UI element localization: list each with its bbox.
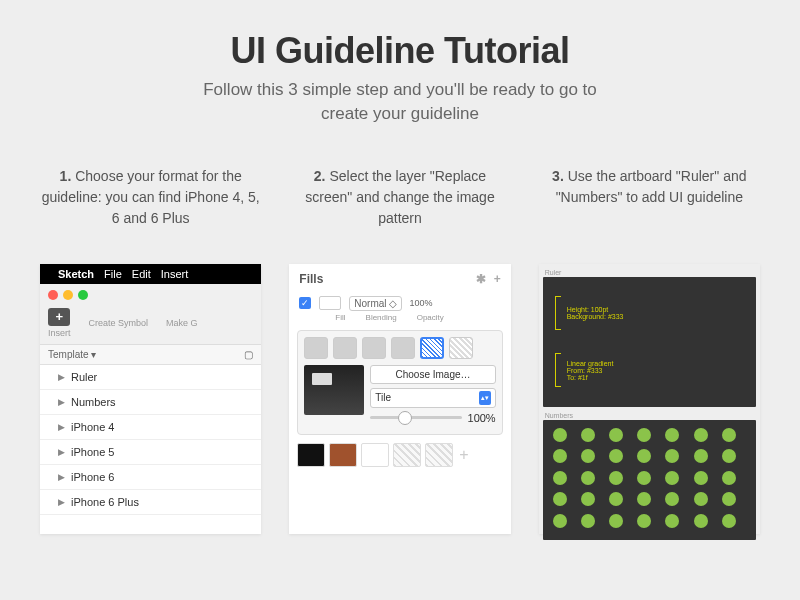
number-dot xyxy=(722,449,736,463)
number-dot xyxy=(637,449,651,463)
fill-type-linear[interactable] xyxy=(333,337,357,359)
artboard-label: Numbers xyxy=(543,411,756,420)
number-dot xyxy=(665,428,679,442)
number-dot xyxy=(581,449,595,463)
preset-swatch[interactable] xyxy=(297,443,325,467)
number-dot xyxy=(722,471,736,485)
number-dot xyxy=(694,471,708,485)
add-fill-icon[interactable]: + xyxy=(494,272,501,286)
step-1-text: 1. Choose your format for the guideline:… xyxy=(40,166,261,246)
artboard-label: Ruler xyxy=(543,268,756,277)
number-dot xyxy=(581,471,595,485)
number-dot xyxy=(665,471,679,485)
number-dot xyxy=(609,471,623,485)
ruler-artboard: Height: 100pt Background: #333 Linear gr… xyxy=(543,277,756,407)
page-subtitle: Follow this 3 simple step and you'll be … xyxy=(40,78,760,126)
add-preset-icon[interactable]: + xyxy=(459,446,468,464)
number-dot xyxy=(722,492,736,506)
number-dot xyxy=(637,514,651,528)
gear-icon[interactable]: ✱ xyxy=(476,272,486,286)
make-grid-button[interactable]: Make G xyxy=(166,318,198,328)
number-dot xyxy=(609,449,623,463)
step-2-text: 2. Select the layer "Replace screen" and… xyxy=(289,166,510,246)
preset-swatch[interactable] xyxy=(329,443,357,467)
number-dot xyxy=(694,492,708,506)
fill-type-radial[interactable] xyxy=(362,337,386,359)
step-3-text: 3. Use the artboard "Ruler" and "Numbers… xyxy=(539,166,760,246)
layer-item[interactable]: ▶iPhone 6 Plus xyxy=(40,490,261,515)
fill-type-pattern[interactable] xyxy=(420,337,444,359)
tile-mode-select[interactable]: Tile ▴▾ xyxy=(370,388,495,408)
fill-swatch[interactable] xyxy=(319,296,341,310)
number-dot xyxy=(581,428,595,442)
number-dot xyxy=(694,514,708,528)
window-toolbar: + Insert Create Symbol Make G xyxy=(40,284,261,345)
number-dot xyxy=(609,514,623,528)
create-symbol-button[interactable]: Create Symbol xyxy=(89,318,149,328)
menubar: Sketch File Edit Insert xyxy=(40,264,261,284)
number-dot xyxy=(553,514,567,528)
preset-swatch[interactable] xyxy=(393,443,421,467)
fill-type-noise[interactable] xyxy=(449,337,473,359)
preset-swatch[interactable] xyxy=(361,443,389,467)
screenshot-sketch-layers: Sketch File Edit Insert + Insert xyxy=(40,264,261,534)
layer-item[interactable]: ▶iPhone 6 xyxy=(40,465,261,490)
number-dot xyxy=(581,492,595,506)
fill-checkbox[interactable]: ✓ xyxy=(299,297,311,309)
template-dropdown[interactable]: Template ▾ ▢ xyxy=(40,345,261,365)
swatch-presets: + xyxy=(289,439,510,473)
scale-value: 100% xyxy=(468,412,496,424)
layer-item[interactable]: ▶Ruler xyxy=(40,365,261,390)
page-title: UI Guideline Tutorial xyxy=(40,30,760,72)
number-dot xyxy=(609,492,623,506)
number-dot xyxy=(637,492,651,506)
number-dot xyxy=(553,428,567,442)
number-dot xyxy=(665,514,679,528)
preset-swatch[interactable] xyxy=(425,443,453,467)
fill-type-angular[interactable] xyxy=(391,337,415,359)
layer-list: ▶Ruler ▶Numbers ▶iPhone 4 ▶iPhone 5 ▶iPh… xyxy=(40,365,261,515)
number-dot xyxy=(637,471,651,485)
number-dot xyxy=(553,449,567,463)
close-icon[interactable] xyxy=(48,290,58,300)
number-dot xyxy=(553,471,567,485)
layer-item[interactable]: ▶iPhone 5 xyxy=(40,440,261,465)
zoom-icon[interactable] xyxy=(78,290,88,300)
blend-mode-select[interactable]: Normal ◇ xyxy=(349,296,401,311)
opacity-value[interactable]: 100% xyxy=(410,298,433,308)
number-dot xyxy=(637,428,651,442)
numbers-artboard xyxy=(543,420,756,540)
number-dot xyxy=(694,449,708,463)
number-dot xyxy=(722,428,736,442)
insert-button[interactable]: + Insert xyxy=(48,308,71,338)
image-thumbnail[interactable] xyxy=(304,365,364,415)
screenshot-artboards: Ruler Height: 100pt Background: #333 xyxy=(539,264,760,534)
number-dot xyxy=(665,492,679,506)
choose-image-button[interactable]: Choose Image… xyxy=(370,365,495,384)
number-dot xyxy=(581,514,595,528)
number-dot xyxy=(665,449,679,463)
fills-header: Fills xyxy=(299,272,323,286)
number-dot xyxy=(609,428,623,442)
fill-type-flat[interactable] xyxy=(304,337,328,359)
detail-icon: ▢ xyxy=(244,349,253,360)
number-dot xyxy=(553,492,567,506)
fill-popover: Choose Image… Tile ▴▾ 100% xyxy=(297,330,502,435)
scale-slider[interactable] xyxy=(370,416,461,419)
minimize-icon[interactable] xyxy=(63,290,73,300)
layer-item[interactable]: ▶Numbers xyxy=(40,390,261,415)
number-dot xyxy=(722,514,736,528)
number-dot xyxy=(694,428,708,442)
screenshot-fills-panel: Fills ✱ + ✓ Normal ◇ 100% Fill Blending … xyxy=(289,264,510,534)
layer-item[interactable]: ▶iPhone 4 xyxy=(40,415,261,440)
